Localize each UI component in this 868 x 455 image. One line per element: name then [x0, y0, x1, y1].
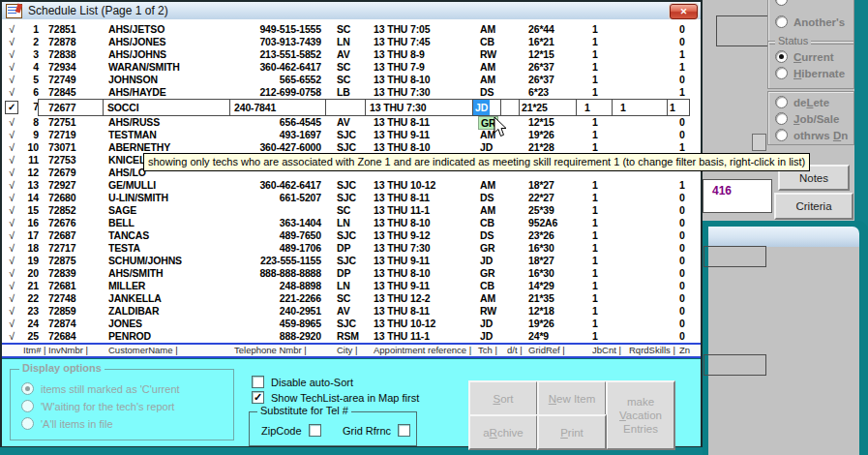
checkbox-show-techlist[interactable]: ✓ Show TechList-area in Map first — [252, 391, 419, 404]
list-row[interactable]: √372838AHS/JOHNS213-551-5852AV13 THU 8-9… — [2, 48, 701, 61]
value-field[interactable]: 416 — [703, 179, 772, 213]
cell-appt: 13 THU 7:30 — [370, 242, 478, 255]
cell-inv: 72676 — [39, 217, 105, 229]
cell-skills[interactable]: 1 — [612, 99, 668, 116]
radio-anothers[interactable]: Another's — [775, 15, 845, 28]
cell-inv: 73071 — [39, 141, 105, 154]
cell-check: √ — [2, 23, 21, 36]
tech-cell: GR — [478, 267, 496, 280]
cell-grid: 25*39 — [526, 204, 584, 217]
schedule-list[interactable]: √172851AHS/JETSO949-515-1555SC13 THU 7:0… — [2, 19, 701, 343]
cell-tch[interactable]: JD — [472, 99, 501, 116]
list-row[interactable]: √1672676BELL363-1404LN13 THU 8-10CB952A6… — [2, 217, 701, 229]
cell-dt — [507, 305, 526, 318]
list-row[interactable]: √1472680U-LIN/SMITH661-5207SJC13 THU 8-1… — [2, 192, 701, 204]
cell-grid: 26*44 — [526, 23, 584, 36]
cell-name: JANKELLA — [105, 292, 232, 305]
radio-circle — [775, 50, 788, 63]
cell-zn: 0 — [677, 23, 701, 36]
cell-check[interactable]: ✓ — [2, 99, 21, 116]
checkbox-disable-autosort[interactable]: Disable auto-Sort — [252, 376, 353, 388]
cell-name: JOHNSON — [105, 74, 232, 86]
cell-dt[interactable] — [500, 99, 520, 116]
cell-tch: DS — [478, 86, 507, 99]
screen: { "window": { "title": "Schedule List (P… — [0, 0, 868, 455]
cell-jbcnt: 1 — [584, 179, 621, 192]
cell-itm: 2 — [21, 36, 39, 48]
radio-othrws-dn[interactable]: othrws Dn — [775, 129, 848, 141]
list-row[interactable]: √1972875SCHUM/JOHNS223-555-1155SJC13 THU… — [2, 255, 701, 267]
list-row[interactable]: √2572684PENROD888-2920RSM13 THU 11-1JD24… — [2, 330, 701, 343]
spinner-box[interactable] — [752, 134, 766, 151]
print-button[interactable]: Print — [537, 414, 607, 450]
cell-inv[interactable]: 72677 — [38, 99, 104, 116]
cell-check: √ — [2, 116, 21, 129]
list-row[interactable]: √172851AHS/JETSO949-515-1555SC13 THU 7:0… — [2, 23, 701, 36]
cell-phone[interactable]: 240-7841 — [229, 99, 326, 116]
cell-jbcnt: 1 — [584, 204, 621, 217]
list-row[interactable]: √2272748JANKELLA221-2266SC13 THU 12-2AM2… — [2, 292, 701, 305]
new-item-button[interactable]: New Item — [537, 380, 607, 416]
cell-inv: 72934 — [39, 61, 105, 74]
cell-city[interactable] — [325, 99, 366, 116]
cell-check: √ — [2, 86, 21, 99]
close-button[interactable]: ✕ — [670, 4, 698, 19]
list-row[interactable]: √1772687TANCAS489-7650SJC13 THU 9-12DS23… — [2, 229, 701, 242]
cell-tch: AM — [478, 23, 507, 36]
radio-all-items[interactable]: 'A'll items in file — [21, 417, 113, 430]
column-header: GridRef | — [526, 345, 584, 356]
radio-current-items[interactable]: items still marked as 'C'urrent — [21, 382, 180, 395]
cell-inv: 72875 — [39, 255, 105, 267]
criteria-button[interactable]: Criteria — [774, 193, 853, 220]
list-row[interactable]: √472934WARAN/SMITH360-462-6417SC13 THU 7… — [2, 61, 701, 74]
checkbox-grid-rfrnc[interactable]: Grid Rfrnc — [343, 424, 410, 437]
list-row[interactable]: ✓772677SOCCI240-784113 THU 7:30JD21*2511… — [2, 99, 701, 116]
cell-skills — [621, 217, 677, 229]
cell-appt: 13 THU 8-10 — [370, 217, 478, 229]
cell-itm: 25 — [21, 330, 39, 343]
cell-zn[interactable]: 1 — [667, 99, 690, 116]
radio-label: othrws Dn — [793, 130, 848, 141]
radio-waiting-report[interactable]: 'W'aiting for the tech's report — [21, 400, 174, 412]
cell-itm: 11 — [21, 154, 39, 167]
radio-jobsale[interactable]: Job/Sale — [775, 112, 839, 125]
cell-phone: 949-515-1555 — [232, 23, 329, 36]
list-row[interactable]: √2072839AHS/SMITH888-888-8888DP13 THU 8-… — [2, 267, 701, 280]
list-row[interactable]: √1572852SAGESC13 THU 11-1AM25*3910 — [2, 204, 701, 217]
schedule-icon — [6, 4, 22, 18]
checkbox-label: Grid Rfrnc — [343, 425, 391, 437]
list-row[interactable]: √2472874JONES459-8965SJC13 THU 10-12JD19… — [2, 318, 701, 330]
cell-city: SJC — [329, 229, 370, 242]
cell-grid[interactable]: 21*25 — [519, 99, 577, 116]
cell-zn: 0 — [677, 36, 701, 48]
titlebar[interactable]: Schedule List (Page 1 of 2) ✕ — [2, 2, 701, 20]
cell-appt[interactable]: 13 THU 7:30 — [365, 99, 473, 116]
cell-phone: 888-888-8888 — [232, 267, 329, 280]
make-vacation-entries-button[interactable]: make Vacation Entries — [606, 380, 675, 450]
list-row[interactable]: √2172681MILLER248-8898LN13 THU 9-11CB14*… — [2, 280, 701, 292]
list-row[interactable]: √572749JOHNSON565-6552SC13 THU 8-10AM26*… — [2, 74, 701, 86]
list-row[interactable]: √272878AHS/JONES703-913-7439LN13 THU 7:4… — [2, 36, 701, 48]
radio-current[interactable]: Current — [775, 50, 834, 63]
radio-delete[interactable]: deLete — [775, 96, 829, 108]
cell-itm[interactable]: 7 — [21, 99, 39, 116]
cell-name[interactable]: SOCCI — [103, 99, 230, 116]
list-row[interactable]: √1372927GE/MULLI360-462-6417SJC13 THU 10… — [2, 179, 701, 192]
list-row[interactable]: √672845AHS/HAYDE212-699-0758LB13 THU 7:3… — [2, 86, 701, 99]
archive-button[interactable]: aRchive — [468, 414, 538, 450]
cell-itm: 18 — [21, 242, 39, 255]
checkbox-zipcode[interactable]: ZipCode — [261, 424, 321, 437]
radio-hibernate[interactable]: Hibernate — [775, 67, 845, 79]
list-row[interactable]: √972719TESTMAN493-1697SJC13 THU 9-11AM19… — [2, 129, 701, 141]
list-row[interactable]: √2372859ZALDIBAR240-2951AV13 THU 8-11RW1… — [2, 305, 701, 318]
row-checkbox[interactable]: ✓ — [5, 101, 18, 114]
sort-button[interactable]: Sort — [468, 380, 538, 416]
list-row[interactable]: √1872717TESTA489-1706DP13 THU 7:30GR16*3… — [2, 242, 701, 255]
cell-name: TESTMAN — [105, 129, 232, 141]
cell-zn: 0 — [677, 255, 701, 267]
cell-tch: AM — [478, 292, 507, 305]
cell-jbcnt[interactable]: 1 — [576, 99, 613, 116]
tech-cell: JD — [478, 330, 494, 343]
list-row[interactable]: √872751AHS/RUSS656-4545AV13 THU 8-11GR12… — [2, 116, 701, 129]
tech-cell: JD — [478, 318, 494, 330]
